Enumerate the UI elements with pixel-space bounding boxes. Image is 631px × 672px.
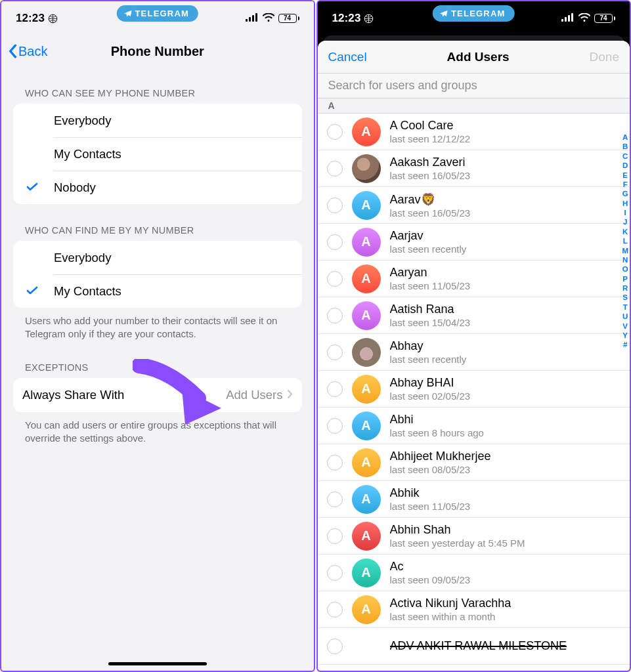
contact-row[interactable]: AAaryanlast seen 11/05/23: [318, 261, 630, 297]
index-letter[interactable]: V: [622, 322, 628, 331]
contact-name: Aarjav: [390, 229, 467, 243]
home-indicator[interactable]: [108, 662, 207, 665]
search-input[interactable]: Search for users and groups: [318, 74, 630, 98]
index-letter[interactable]: K: [622, 227, 628, 236]
left-phone: 12:23 TELEGRAM 74: [0, 0, 315, 672]
done-button[interactable]: Done: [590, 50, 619, 64]
contact-name: ADV ANKIT RAWAL MILESTONE: [390, 639, 567, 653]
selection-radio[interactable]: [327, 528, 343, 544]
contact-row[interactable]: AActiva Nikunj Varachhalast seen within …: [318, 591, 630, 628]
sheet-title: Add Users: [447, 50, 510, 64]
contact-row[interactable]: AA Cool Carelast seen 12/12/22: [318, 114, 630, 150]
contact-row[interactable]: Abhaylast seen recently: [318, 334, 630, 371]
always-share-with-row[interactable]: Always Share With Add Users: [13, 378, 302, 412]
contact-row[interactable]: AAbhay BHAIlast seen 02/05/23: [318, 371, 630, 408]
contact-row[interactable]: AAclast seen 09/05/23: [318, 555, 630, 591]
selection-radio[interactable]: [327, 161, 343, 177]
selection-radio[interactable]: [327, 345, 343, 360]
back-button[interactable]: Back: [8, 44, 47, 59]
contact-row[interactable]: Aakash Zaverilast seen 16/05/23: [318, 150, 630, 187]
contact-row[interactable]: AAarjavlast seen recently: [318, 224, 630, 261]
index-letter[interactable]: D: [622, 161, 628, 170]
index-letter[interactable]: H: [622, 199, 628, 208]
index-letter[interactable]: N: [622, 255, 628, 264]
contact-status: last seen 12/12/22: [390, 133, 471, 144]
index-letter[interactable]: E: [622, 171, 628, 180]
see-options-card: Everybody My Contacts Nobody: [13, 104, 302, 204]
telegram-pill[interactable]: TELEGRAM: [433, 5, 515, 22]
option-everybody[interactable]: Everybody: [13, 104, 302, 137]
contact-name: Abhijeet Mukherjee: [390, 450, 491, 463]
index-letter[interactable]: O: [622, 264, 628, 274]
avatar: [352, 338, 381, 367]
check-icon: [26, 180, 38, 195]
cellular-icon: [561, 12, 575, 25]
contact-row[interactable]: AAbhilast seen 8 hours ago: [318, 408, 630, 444]
selection-radio[interactable]: [327, 455, 343, 471]
selection-radio[interactable]: [327, 602, 343, 618]
index-letter[interactable]: P: [622, 274, 628, 284]
selection-radio[interactable]: [327, 492, 343, 507]
index-letter[interactable]: A: [622, 133, 628, 142]
avatar: A: [352, 191, 381, 220]
svg-rect-8: [568, 15, 570, 22]
index-letter[interactable]: F: [623, 180, 628, 189]
avatar: A: [352, 485, 381, 514]
nav-bar: Back Phone Number: [1, 35, 314, 67]
index-letter[interactable]: G: [622, 189, 628, 198]
index-letter[interactable]: B: [622, 142, 628, 151]
index-letter[interactable]: J: [623, 217, 627, 226]
selection-radio[interactable]: [327, 639, 343, 654]
option-my-contacts[interactable]: My Contacts: [13, 137, 302, 171]
option-nobody[interactable]: Nobody: [13, 171, 302, 204]
selection-radio[interactable]: [327, 565, 343, 581]
contact-status: last seen 16/05/23: [390, 170, 471, 181]
index-letter[interactable]: #: [623, 340, 627, 349]
index-letter[interactable]: L: [623, 236, 628, 245]
contacts-list[interactable]: AA Cool Carelast seen 12/12/22Aakash Zav…: [318, 114, 630, 671]
index-letter[interactable]: C: [622, 152, 628, 161]
contact-row[interactable]: AAbhijeet Mukherjeelast seen 08/05/23: [318, 444, 630, 481]
index-letter[interactable]: M: [622, 246, 628, 255]
index-letter[interactable]: T: [623, 303, 628, 312]
selection-radio[interactable]: [327, 308, 343, 324]
index-letter[interactable]: Y: [622, 331, 628, 340]
alphabet-index[interactable]: ABCDEFGHIJKLMNOPRSTUVY#: [622, 133, 628, 350]
section-header-see: WHO CAN SEE MY PHONE NUMBER: [1, 67, 314, 104]
svg-rect-9: [571, 13, 573, 22]
contact-row[interactable]: AAbhiklast seen 11/05/23: [318, 481, 630, 518]
selection-radio[interactable]: [327, 381, 343, 397]
contact-name: A Cool Care: [390, 119, 471, 133]
option-find-my-contacts[interactable]: My Contacts: [13, 274, 302, 308]
wifi-icon: [263, 12, 274, 25]
option-find-everybody[interactable]: Everybody: [13, 241, 302, 274]
svg-rect-1: [246, 19, 248, 22]
svg-rect-6: [561, 19, 563, 22]
right-phone: 12:23 TELEGRAM 74: [316, 0, 632, 672]
contact-name: Aatish Rana: [390, 303, 471, 316]
cellular-icon: [246, 12, 259, 25]
selection-radio[interactable]: [327, 234, 343, 250]
index-letter[interactable]: I: [624, 208, 626, 217]
contact-name: Abhay BHAI: [390, 376, 471, 390]
avatar: A: [352, 558, 381, 587]
index-letter[interactable]: R: [622, 284, 628, 293]
index-letter[interactable]: U: [622, 312, 628, 321]
contact-row[interactable]: AAbhin Shahlast seen yesterday at 5:45 P…: [318, 518, 630, 555]
contact-name: Abhik: [390, 486, 471, 500]
contact-row[interactable]: AAarav🦁last seen 16/05/23: [318, 187, 630, 224]
selection-radio[interactable]: [327, 198, 343, 213]
contact-row[interactable]: ADV ANKIT RAWAL MILESTONE: [318, 628, 630, 665]
selection-radio[interactable]: [327, 418, 343, 434]
avatar: A: [352, 411, 381, 440]
wifi-icon: [578, 12, 590, 25]
index-letter[interactable]: S: [622, 293, 628, 302]
cancel-button[interactable]: Cancel: [328, 50, 367, 64]
selection-radio[interactable]: [327, 271, 343, 287]
section-index-letter: A: [318, 98, 630, 114]
svg-rect-2: [249, 17, 251, 22]
contact-status: last seen 08/05/23: [390, 464, 491, 475]
contact-row[interactable]: AAatish Ranalast seen 15/04/23: [318, 297, 630, 334]
telegram-pill[interactable]: TELEGRAM: [116, 5, 198, 22]
selection-radio[interactable]: [327, 124, 343, 140]
